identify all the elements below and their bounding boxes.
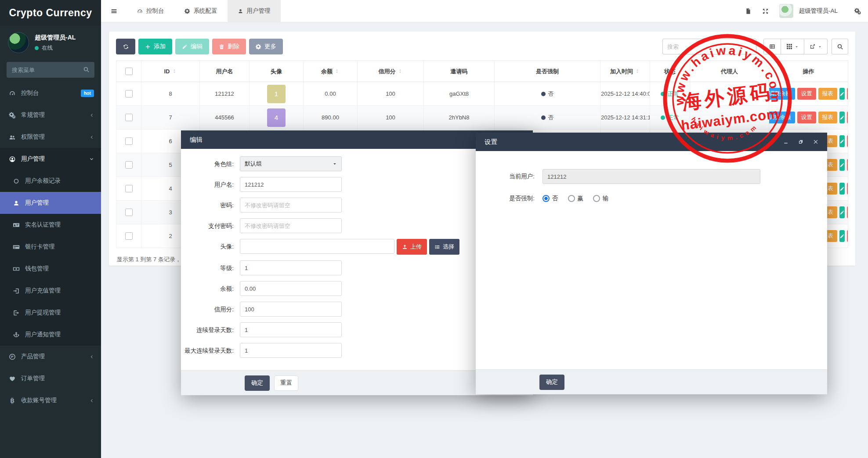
sidebar-item[interactable]: B 收款账号管理: [0, 389, 101, 411]
edit-button[interactable]: 编辑: [175, 39, 209, 54]
sort-icon[interactable]: [398, 69, 403, 74]
settings-modal-header[interactable]: 设置: [476, 133, 827, 151]
screenshot-icon[interactable]: [745, 8, 752, 14]
pay-password-field[interactable]: [240, 218, 342, 233]
sidebar-item[interactable]: 权限管理: [0, 126, 101, 148]
more-button[interactable]: 更多: [249, 39, 283, 54]
sidebar-item[interactable]: 控制台 hot: [0, 82, 101, 104]
sidebar-item[interactable]: 用户管理: [0, 192, 101, 214]
row-delete-button[interactable]: [847, 230, 848, 242]
row-settings-button[interactable]: 设置: [797, 88, 816, 100]
row-checkbox[interactable]: [125, 161, 133, 169]
adjust-balance-button[interactable]: 调整余额: [769, 112, 795, 123]
row-edit-button[interactable]: [839, 135, 845, 147]
row-checkbox[interactable]: [125, 185, 133, 192]
fullscreen-icon[interactable]: [762, 8, 769, 14]
row-settings-button[interactable]: 设置: [797, 112, 816, 123]
sort-icon[interactable]: [172, 69, 177, 74]
row-edit-button[interactable]: [839, 183, 845, 195]
sidebar-item[interactable]: 用户余额记录: [0, 170, 101, 192]
column-header[interactable]: ID: [141, 61, 200, 82]
delete-button[interactable]: 删除: [212, 39, 246, 54]
nav-tab[interactable]: 系统配置: [174, 0, 228, 22]
row-edit-button[interactable]: [839, 206, 845, 218]
column-header[interactable]: 代理人: [690, 61, 769, 82]
columns-button[interactable]: [781, 39, 804, 54]
column-header[interactable]: 余额: [304, 61, 358, 82]
sort-icon[interactable]: [334, 69, 340, 74]
confirm-button[interactable]: 确定: [245, 375, 270, 391]
sidebar-item[interactable]: 订单管理: [0, 368, 101, 389]
nav-tab[interactable]: 控制台: [127, 0, 174, 22]
detail-view-button[interactable]: [763, 39, 781, 54]
column-header[interactable]: 用户名: [200, 61, 250, 82]
column-header[interactable]: 邀请码: [424, 61, 495, 82]
password-field[interactable]: [240, 198, 342, 213]
login-days-field[interactable]: [240, 322, 342, 337]
current-user-field[interactable]: [542, 169, 760, 184]
export-button[interactable]: [804, 39, 828, 54]
level-field[interactable]: [240, 260, 342, 275]
table-search-input[interactable]: [662, 39, 756, 54]
select-all-header[interactable]: [116, 61, 141, 82]
upload-button[interactable]: 上传: [397, 239, 427, 255]
sidebar-item[interactable]: 实名认证管理: [0, 214, 101, 236]
row-edit-button[interactable]: [839, 88, 845, 100]
sidebar-item[interactable]: 钱包管理: [0, 258, 101, 280]
sidebar-item[interactable]: P 产品管理: [0, 346, 101, 368]
avatar[interactable]: [779, 4, 793, 18]
column-header[interactable]: 加入时间: [600, 61, 650, 82]
column-header[interactable]: 状态: [650, 61, 690, 82]
hamburger-menu-icon[interactable]: [101, 7, 127, 15]
column-header[interactable]: 信用分: [358, 61, 424, 82]
row-delete-button[interactable]: [847, 112, 848, 123]
credit-field[interactable]: [240, 302, 342, 317]
row-checkbox[interactable]: [125, 90, 133, 97]
sidebar-item[interactable]: 用户提现管理: [0, 302, 101, 324]
maximize-icon[interactable]: [798, 139, 803, 144]
confirm-button[interactable]: 确定: [539, 375, 564, 390]
row-delete-button[interactable]: [847, 183, 848, 195]
select-all-checkbox[interactable]: [125, 68, 133, 75]
close-icon[interactable]: [813, 139, 818, 144]
minimize-icon[interactable]: [783, 139, 788, 144]
adjust-balance-button[interactable]: 调整余额: [769, 88, 795, 100]
row-delete-button[interactable]: [847, 88, 848, 100]
balance-field[interactable]: [240, 281, 342, 296]
report-button[interactable]: 报表: [818, 112, 837, 123]
sidebar-item[interactable]: 常规管理: [0, 104, 101, 126]
radio-option-no[interactable]: 否: [542, 195, 558, 202]
sidebar-item[interactable]: 用户管理: [0, 148, 101, 170]
row-edit-button[interactable]: [839, 230, 845, 242]
nav-tab[interactable]: 用户管理: [228, 0, 281, 22]
row-checkbox[interactable]: [125, 209, 133, 216]
sort-icon[interactable]: [635, 69, 640, 74]
sidebar-item[interactable]: 用户充值管理: [0, 280, 101, 302]
row-delete-button[interactable]: [847, 159, 848, 171]
row-checkbox[interactable]: [125, 137, 133, 145]
sidebar-item[interactable]: 用户通知管理: [0, 324, 101, 346]
column-header[interactable]: 操作: [769, 61, 848, 82]
column-header[interactable]: 头像: [250, 61, 304, 82]
avatar-field[interactable]: [240, 239, 394, 254]
row-checkbox[interactable]: [125, 114, 133, 121]
sidebar-search-input[interactable]: [7, 62, 94, 78]
reset-button[interactable]: 重置: [274, 375, 298, 391]
radio-option-win[interactable]: 赢: [568, 195, 584, 202]
row-edit-button[interactable]: [839, 112, 845, 123]
row-delete-button[interactable]: [847, 135, 848, 147]
column-header[interactable]: 是否强制: [495, 61, 600, 82]
refresh-button[interactable]: [116, 39, 135, 54]
sidebar-item[interactable]: 银行卡管理: [0, 236, 101, 258]
search-button[interactable]: [832, 39, 848, 54]
choose-button[interactable]: 选择: [429, 239, 459, 255]
max-login-days-field[interactable]: [240, 343, 342, 358]
row-delete-button[interactable]: [847, 206, 848, 218]
settings-cogs-icon[interactable]: [854, 8, 861, 14]
username-field[interactable]: [240, 177, 342, 192]
radio-option-lose[interactable]: 输: [593, 195, 609, 202]
row-checkbox[interactable]: [125, 232, 133, 240]
role-group-select[interactable]: 默认组: [240, 156, 342, 171]
report-button[interactable]: 报表: [818, 88, 837, 100]
navbar-username[interactable]: 超级管理员-AL: [799, 7, 838, 15]
